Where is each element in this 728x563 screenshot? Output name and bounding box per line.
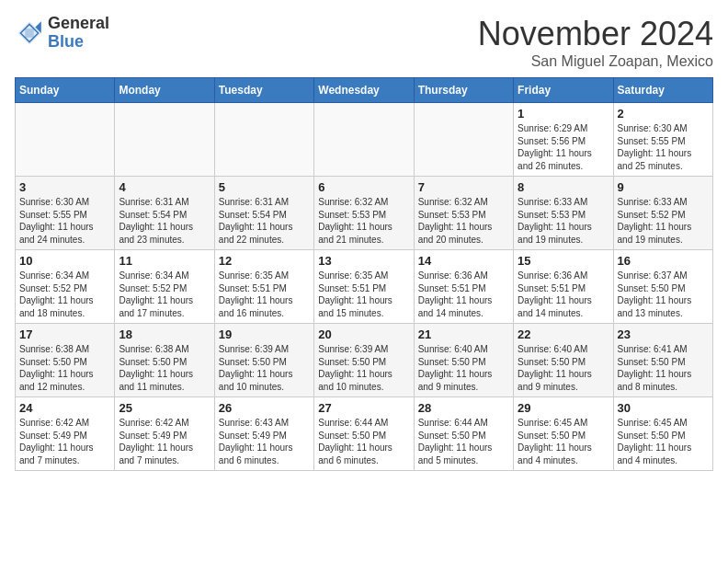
day-number: 5	[219, 180, 310, 194]
day-number: 24	[19, 401, 110, 415]
day-number: 23	[618, 327, 709, 341]
calendar-cell: 12Sunrise: 6:35 AM Sunset: 5:51 PM Dayli…	[214, 250, 313, 324]
calendar-header-row: Sunday Monday Tuesday Wednesday Thursday…	[16, 78, 713, 103]
day-info: Sunrise: 6:45 AM Sunset: 5:50 PM Dayligh…	[518, 417, 609, 466]
calendar-cell: 3Sunrise: 6:30 AM Sunset: 5:55 PM Daylig…	[16, 177, 115, 250]
calendar-cell: 15Sunrise: 6:36 AM Sunset: 5:51 PM Dayli…	[514, 250, 613, 324]
col-sunday: Sunday	[16, 78, 115, 103]
day-info: Sunrise: 6:32 AM Sunset: 5:53 PM Dayligh…	[418, 196, 509, 246]
day-info: Sunrise: 6:43 AM Sunset: 5:49 PM Dayligh…	[219, 417, 310, 466]
day-info: Sunrise: 6:34 AM Sunset: 5:52 PM Dayligh…	[19, 270, 110, 319]
col-monday: Monday	[115, 78, 214, 103]
calendar-cell: 19Sunrise: 6:39 AM Sunset: 5:50 PM Dayli…	[214, 324, 313, 397]
day-number: 25	[119, 401, 210, 415]
day-info: Sunrise: 6:35 AM Sunset: 5:51 PM Dayligh…	[318, 270, 409, 319]
calendar-cell: 28Sunrise: 6:44 AM Sunset: 5:50 PM Dayli…	[414, 397, 513, 471]
day-number: 21	[418, 327, 509, 341]
day-info: Sunrise: 6:39 AM Sunset: 5:50 PM Dayligh…	[219, 343, 310, 393]
logo-general-text: General	[48, 15, 109, 33]
day-info: Sunrise: 6:39 AM Sunset: 5:50 PM Dayligh…	[318, 343, 409, 393]
day-number: 14	[418, 254, 509, 268]
calendar-cell	[16, 103, 115, 177]
location-subtitle: San Miguel Zoapan, Mexico	[478, 53, 713, 70]
calendar-week-row: 10Sunrise: 6:34 AM Sunset: 5:52 PM Dayli…	[16, 250, 713, 324]
logo-text: General Blue	[48, 15, 109, 52]
calendar-cell: 24Sunrise: 6:42 AM Sunset: 5:49 PM Dayli…	[16, 397, 115, 471]
calendar-cell: 21Sunrise: 6:40 AM Sunset: 5:50 PM Dayli…	[414, 324, 513, 397]
day-number: 16	[618, 254, 709, 268]
col-thursday: Thursday	[414, 78, 513, 103]
calendar-cell: 23Sunrise: 6:41 AM Sunset: 5:50 PM Dayli…	[613, 324, 712, 397]
day-number: 17	[19, 327, 110, 341]
day-info: Sunrise: 6:38 AM Sunset: 5:50 PM Dayligh…	[19, 343, 110, 393]
logo-icon	[15, 18, 44, 48]
day-info: Sunrise: 6:44 AM Sunset: 5:50 PM Dayligh…	[418, 417, 509, 466]
day-info: Sunrise: 6:44 AM Sunset: 5:50 PM Dayligh…	[318, 417, 409, 466]
day-number: 10	[19, 254, 110, 268]
logo: General Blue	[15, 15, 109, 52]
calendar-cell: 1Sunrise: 6:29 AM Sunset: 5:56 PM Daylig…	[514, 103, 613, 177]
calendar-table: Sunday Monday Tuesday Wednesday Thursday…	[15, 77, 713, 471]
day-info: Sunrise: 6:41 AM Sunset: 5:50 PM Dayligh…	[618, 343, 709, 393]
calendar-week-row: 17Sunrise: 6:38 AM Sunset: 5:50 PM Dayli…	[16, 324, 713, 397]
svg-marker-2	[25, 29, 34, 38]
day-info: Sunrise: 6:42 AM Sunset: 5:49 PM Dayligh…	[119, 417, 210, 466]
calendar-week-row: 24Sunrise: 6:42 AM Sunset: 5:49 PM Dayli…	[16, 397, 713, 471]
col-tuesday: Tuesday	[214, 78, 313, 103]
day-info: Sunrise: 6:33 AM Sunset: 5:53 PM Dayligh…	[518, 196, 609, 246]
calendar-cell: 7Sunrise: 6:32 AM Sunset: 5:53 PM Daylig…	[414, 177, 513, 250]
calendar-cell	[214, 103, 313, 177]
day-info: Sunrise: 6:40 AM Sunset: 5:50 PM Dayligh…	[418, 343, 509, 393]
day-number: 27	[318, 401, 409, 415]
day-number: 29	[518, 401, 609, 415]
day-info: Sunrise: 6:33 AM Sunset: 5:52 PM Dayligh…	[618, 196, 709, 246]
calendar-cell: 18Sunrise: 6:38 AM Sunset: 5:50 PM Dayli…	[115, 324, 214, 397]
day-number: 8	[518, 180, 609, 194]
day-number: 3	[19, 180, 110, 194]
day-number: 2	[618, 107, 709, 121]
logo-blue-text: Blue	[48, 33, 109, 52]
day-info: Sunrise: 6:30 AM Sunset: 5:55 PM Dayligh…	[19, 196, 110, 246]
calendar-cell: 16Sunrise: 6:37 AM Sunset: 5:50 PM Dayli…	[613, 250, 712, 324]
col-wednesday: Wednesday	[314, 78, 414, 103]
day-number: 6	[318, 180, 409, 194]
calendar-cell: 11Sunrise: 6:34 AM Sunset: 5:52 PM Dayli…	[115, 250, 214, 324]
calendar-cell: 10Sunrise: 6:34 AM Sunset: 5:52 PM Dayli…	[16, 250, 115, 324]
day-number: 19	[219, 327, 310, 341]
calendar-cell: 2Sunrise: 6:30 AM Sunset: 5:55 PM Daylig…	[613, 103, 712, 177]
day-number: 13	[318, 254, 409, 268]
calendar-cell: 9Sunrise: 6:33 AM Sunset: 5:52 PM Daylig…	[613, 177, 712, 250]
day-number: 18	[119, 327, 210, 341]
calendar-cell: 17Sunrise: 6:38 AM Sunset: 5:50 PM Dayli…	[16, 324, 115, 397]
day-info: Sunrise: 6:35 AM Sunset: 5:51 PM Dayligh…	[219, 270, 310, 319]
day-number: 26	[219, 401, 310, 415]
day-number: 9	[618, 180, 709, 194]
col-friday: Friday	[514, 78, 613, 103]
day-info: Sunrise: 6:29 AM Sunset: 5:56 PM Dayligh…	[518, 122, 609, 172]
calendar-cell: 6Sunrise: 6:32 AM Sunset: 5:53 PM Daylig…	[314, 177, 414, 250]
calendar-cell	[115, 103, 214, 177]
day-info: Sunrise: 6:38 AM Sunset: 5:50 PM Dayligh…	[119, 343, 210, 393]
calendar-cell: 14Sunrise: 6:36 AM Sunset: 5:51 PM Dayli…	[414, 250, 513, 324]
day-number: 30	[618, 401, 709, 415]
calendar-cell: 4Sunrise: 6:31 AM Sunset: 5:54 PM Daylig…	[115, 177, 214, 250]
calendar-cell: 26Sunrise: 6:43 AM Sunset: 5:49 PM Dayli…	[214, 397, 313, 471]
day-number: 7	[418, 180, 509, 194]
day-info: Sunrise: 6:45 AM Sunset: 5:50 PM Dayligh…	[618, 417, 709, 466]
day-number: 1	[518, 107, 609, 121]
calendar-cell: 27Sunrise: 6:44 AM Sunset: 5:50 PM Dayli…	[314, 397, 414, 471]
day-info: Sunrise: 6:30 AM Sunset: 5:55 PM Dayligh…	[618, 122, 709, 172]
calendar-cell	[414, 103, 513, 177]
day-info: Sunrise: 6:36 AM Sunset: 5:51 PM Dayligh…	[418, 270, 509, 319]
calendar-cell: 5Sunrise: 6:31 AM Sunset: 5:54 PM Daylig…	[214, 177, 313, 250]
day-info: Sunrise: 6:32 AM Sunset: 5:53 PM Dayligh…	[318, 196, 409, 246]
day-info: Sunrise: 6:31 AM Sunset: 5:54 PM Dayligh…	[119, 196, 210, 246]
page-header: General Blue November 2024 San Miguel Zo…	[15, 15, 713, 70]
calendar-cell: 22Sunrise: 6:40 AM Sunset: 5:50 PM Dayli…	[514, 324, 613, 397]
day-number: 28	[418, 401, 509, 415]
day-info: Sunrise: 6:37 AM Sunset: 5:50 PM Dayligh…	[618, 270, 709, 319]
day-number: 4	[119, 180, 210, 194]
calendar-week-row: 3Sunrise: 6:30 AM Sunset: 5:55 PM Daylig…	[16, 177, 713, 250]
day-number: 11	[119, 254, 210, 268]
day-number: 20	[318, 327, 409, 341]
